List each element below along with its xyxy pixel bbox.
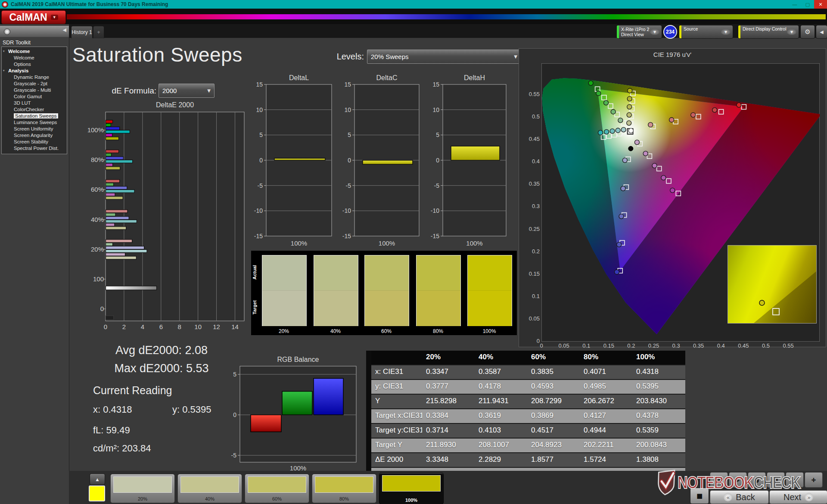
media-button-1[interactable]: ▪: [710, 472, 728, 488]
cie-xtick: 0.3: [668, 342, 685, 349]
cie-ytick: 0.5: [520, 113, 540, 120]
sidebar-item-saturation-sweeps[interactable]: Saturation Sweeps: [2, 113, 67, 119]
maximize-button[interactable]: ▢: [801, 0, 814, 9]
current-patch-preview[interactable]: [89, 485, 105, 501]
collapse-panel-button[interactable]: ◀: [816, 25, 827, 39]
sidebar-item-luminance-sweeps[interactable]: Luminance Sweeps: [2, 119, 67, 126]
media-button-6[interactable]: ✚: [805, 472, 823, 488]
sidebar-item-dynamic-range[interactable]: Dynamic Range: [2, 74, 67, 81]
cell: 0.4178: [475, 380, 527, 394]
sidebar-item-3d-lut[interactable]: 3D LUT: [2, 100, 67, 106]
svg-text:RGB Balance: RGB Balance: [277, 357, 319, 363]
cie-ytick: 0.35: [520, 180, 540, 187]
swatch-40%: [314, 255, 358, 326]
rgb-balance-chart: RGB Balance50-5100%: [215, 357, 362, 476]
record-indicator-icon[interactable]: [4, 28, 10, 35]
sidebar-header: ◀: [0, 26, 69, 37]
patch-button-40%[interactable]: 40%: [177, 474, 242, 503]
svg-text:-5: -5: [346, 182, 351, 189]
patch-button-60%[interactable]: 60%: [245, 474, 309, 503]
results-table: 20%40%60%80%100%x: CIE310.33470.35870.38…: [366, 351, 685, 475]
row-label: x: CIE31: [371, 365, 422, 379]
sidebar-item-options[interactable]: Options: [2, 61, 67, 68]
next-button[interactable]: Next »: [769, 490, 827, 504]
current-reading-title: Current Reading: [93, 384, 172, 397]
sidebar-item-spectral-power-dist-[interactable]: Spectral Power Dist.: [2, 145, 67, 152]
table-row: x: CIE310.33470.35870.38350.40710.4318: [371, 365, 685, 380]
media-button-4[interactable]: ■: [767, 472, 785, 488]
de-formula-dropdown[interactable]: 2000▼: [159, 84, 215, 98]
stop-button[interactable]: ■: [690, 488, 709, 504]
svg-text:10: 10: [256, 106, 263, 113]
cie-ytick: 0.1: [520, 293, 540, 299]
scroll-up-button[interactable]: ▲: [90, 473, 105, 485]
close-button[interactable]: ✕: [814, 0, 827, 9]
svg-text:-15: -15: [254, 233, 263, 240]
levels-dropdown[interactable]: 20% Sweeps▼: [367, 50, 521, 64]
add-tab-button[interactable]: +: [93, 26, 104, 38]
cie-xtick: 0.2: [622, 342, 640, 349]
cie-ytick: 0.55: [520, 91, 540, 97]
svg-text:-5: -5: [258, 182, 263, 189]
patch-label: 100%: [379, 498, 443, 503]
cie-ytick: 0.25: [520, 226, 540, 232]
sidebar-item-color-gamut[interactable]: Color Gamut: [2, 93, 67, 100]
svg-text:5: 5: [233, 371, 236, 378]
sidebar-item-grayscale-2pt[interactable]: Grayscale - 2pt: [2, 81, 67, 87]
swatch-target: [417, 290, 460, 326]
back-button[interactable]: « Back: [710, 490, 769, 504]
brand-bar: CalMAN ▼: [0, 9, 827, 26]
swatch-actual: [314, 255, 358, 290]
sidebar-item-screen-stability[interactable]: Screen Stability: [2, 139, 67, 145]
current-cdm2: cd/m²: 203.84: [93, 443, 151, 454]
sidebar-item-welcome[interactable]: Welcome: [2, 55, 67, 61]
chevron-down-icon: ▼: [51, 15, 58, 20]
svg-text:-5: -5: [231, 452, 237, 459]
sidebar-item-grayscale-multi[interactable]: Grayscale - Multi: [2, 87, 67, 93]
svg-text:0: 0: [233, 411, 236, 418]
media-button-2[interactable]: ▶: [729, 472, 747, 488]
patch-button-20%[interactable]: 20%: [110, 474, 175, 503]
calman-menu-button[interactable]: CalMAN ▼: [1, 10, 66, 24]
svg-text:DeltaL: DeltaL: [289, 74, 309, 81]
meter-count-badge[interactable]: 234: [663, 25, 677, 39]
swatch-label: 80%: [416, 328, 460, 334]
table-body: 20%40%60%80%100%x: CIE310.33470.35870.38…: [371, 351, 685, 482]
cie-ytick: 0.05: [520, 315, 540, 322]
patch-button-80%[interactable]: 80%: [312, 474, 376, 503]
display-control-dropdown[interactable]: Direct Display Control ▼: [738, 25, 799, 39]
cell: 204.8923: [527, 439, 580, 452]
cell: 20%: [422, 351, 475, 364]
avg-de2000: Avg dE2000: 2.08: [95, 344, 228, 357]
cell: 0.3835: [527, 365, 580, 379]
tree-group-welcome[interactable]: ▾Welcome: [2, 48, 67, 55]
patch-swatch: [180, 476, 239, 493]
minimize-button[interactable]: —: [788, 0, 801, 9]
sidebar-item-screen-uniformity[interactable]: Screen Uniformity: [2, 126, 67, 132]
chevron-right-icon: »: [805, 493, 813, 501]
media-button-5[interactable]: ▲: [786, 472, 804, 488]
patch-label: 20%: [111, 496, 174, 501]
expand-icon: ▾: [3, 68, 5, 74]
meter-mode: Direct View: [621, 32, 649, 37]
patch-button-100%[interactable]: 100%: [379, 473, 444, 504]
sidebar-item-screen-angularity[interactable]: Screen Angularity: [2, 132, 67, 139]
cell: 0.3619: [475, 409, 527, 423]
swatch-label: 20%: [262, 328, 306, 334]
svg-text:100%: 100%: [87, 126, 104, 134]
cell: 1.5724: [580, 453, 632, 467]
svg-text:5: 5: [259, 131, 263, 138]
settings-button[interactable]: ⚙: [800, 25, 815, 39]
cell: 211.8930: [422, 439, 475, 452]
sidebar-item-colorchecker[interactable]: ColorChecker: [2, 106, 67, 113]
tab-history-1[interactable]: History 1: [71, 26, 93, 38]
meter-dropdown[interactable]: X-Rite i1Pro 2 Direct View ▼: [616, 25, 662, 39]
source-dropdown[interactable]: Source ▼: [679, 25, 733, 39]
window-titlebar: CalMAN 2019 CalMAN Ultimate for Business…: [0, 0, 827, 9]
media-button-3[interactable]: ●: [748, 472, 766, 488]
cell: 100%: [632, 351, 685, 364]
tree-group-analysis[interactable]: ▾Analysis: [2, 68, 67, 74]
sidebar-collapse-button[interactable]: ◀: [63, 27, 66, 33]
svg-text:-10: -10: [431, 207, 439, 214]
svg-text:100: 100: [93, 275, 104, 283]
